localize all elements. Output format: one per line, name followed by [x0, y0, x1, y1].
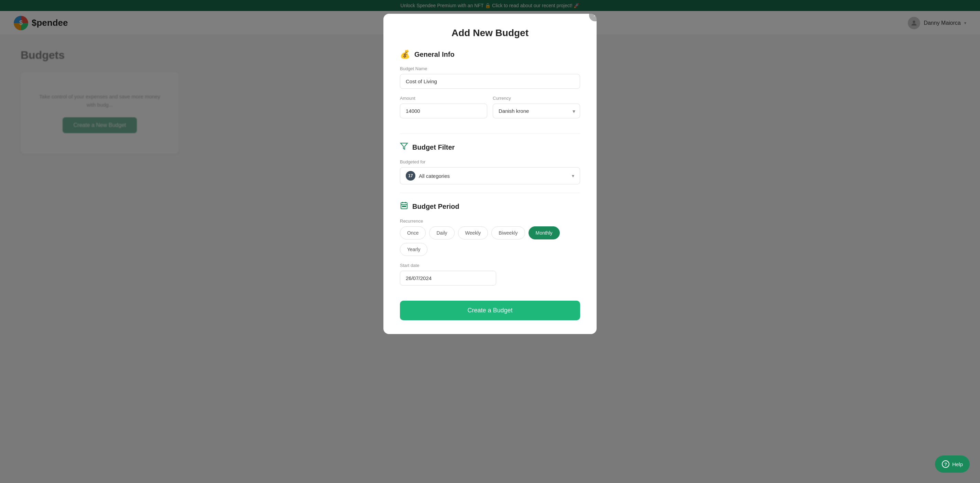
svg-rect-6: [402, 206, 403, 207]
budgeted-for-group: Budgeted for 17 All categories ▾: [400, 159, 580, 184]
amount-label: Amount: [400, 96, 487, 101]
currency-select-wrapper: Danish krone US Dollar Euro British Poun…: [493, 104, 580, 118]
budget-period-title: Budget Period: [412, 202, 460, 210]
amount-group: Amount: [400, 96, 487, 118]
modal-overlay: × Add New Budget 💰 General Info Budget N…: [0, 0, 980, 483]
budget-name-group: Budget Name: [400, 66, 580, 89]
currency-label: Currency: [493, 96, 580, 101]
recurrence-daily-button[interactable]: Daily: [429, 226, 454, 239]
svg-rect-8: [405, 206, 406, 207]
divider-1: [400, 134, 580, 134]
start-date-input[interactable]: [400, 271, 496, 285]
category-label: All categories: [419, 173, 568, 179]
create-budget-button[interactable]: Create a Budget: [400, 301, 580, 320]
budgeted-for-label: Budgeted for: [400, 159, 580, 164]
recurrence-once-button[interactable]: Once: [400, 226, 426, 239]
recurrence-label: Recurrence: [400, 218, 580, 224]
budget-period-section-header: Budget Period: [400, 201, 580, 212]
add-budget-modal: × Add New Budget 💰 General Info Budget N…: [383, 14, 597, 334]
help-circle-icon: ?: [942, 460, 950, 468]
start-date-group: Start date: [400, 263, 580, 285]
recurrence-monthly-button[interactable]: Monthly: [528, 226, 560, 239]
start-date-label: Start date: [400, 263, 580, 268]
recurrence-biweekly-button[interactable]: Biweekly: [492, 226, 525, 239]
budget-filter-title: Budget Filter: [412, 143, 455, 151]
currency-select[interactable]: Danish krone US Dollar Euro British Poun…: [493, 104, 580, 118]
help-button[interactable]: ? Help: [935, 456, 970, 473]
filter-icon: [400, 142, 408, 152]
budget-name-label: Budget Name: [400, 66, 580, 71]
category-count-badge: 17: [406, 171, 415, 181]
svg-marker-1: [401, 143, 407, 149]
help-icon-symbol: ?: [944, 462, 947, 467]
recurrence-group-wrapper: Recurrence Once Daily Weekly Biweekly Mo…: [400, 218, 580, 256]
recurrence-weekly-button[interactable]: Weekly: [458, 226, 488, 239]
amount-input[interactable]: [400, 104, 487, 118]
modal-close-button[interactable]: ×: [589, 14, 597, 21]
categories-chevron-icon: ▾: [572, 173, 574, 179]
budget-filter-section-header: Budget Filter: [400, 142, 580, 152]
amount-currency-row: Amount Currency Danish krone US Dollar E…: [400, 96, 580, 125]
help-label: Help: [952, 461, 963, 467]
money-bag-icon: 💰: [400, 49, 410, 59]
calendar-icon: [400, 201, 408, 212]
recurrence-options: Once Daily Weekly Biweekly Monthly Yearl…: [400, 226, 580, 256]
svg-rect-7: [404, 206, 404, 207]
general-info-section-header: 💰 General Info: [400, 49, 580, 59]
modal-title: Add New Budget: [400, 27, 580, 38]
categories-dropdown[interactable]: 17 All categories ▾: [400, 167, 580, 184]
recurrence-yearly-button[interactable]: Yearly: [400, 243, 427, 256]
budget-name-input[interactable]: [400, 74, 580, 89]
general-info-title: General Info: [414, 51, 455, 59]
currency-group: Currency Danish krone US Dollar Euro Bri…: [493, 96, 580, 118]
divider-2: [400, 193, 580, 193]
